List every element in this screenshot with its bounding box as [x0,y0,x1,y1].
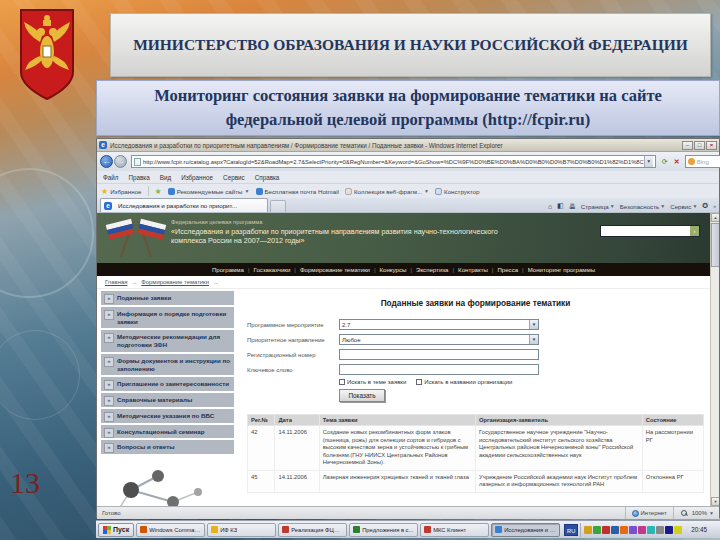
taskbar-item-3[interactable]: Предложения в с... [349,523,418,537]
keyword-input[interactable] [339,364,539,375]
help-icon[interactable]: ✪ [702,202,708,210]
menu-edit[interactable]: Правка [128,174,149,181]
menu-tools[interactable]: Сервис [223,174,245,181]
minimize-button[interactable]: – [682,141,693,150]
sidebar-item-formy-dokumentov[interactable]: Формы документов и инструкции по заполне… [101,354,234,376]
taskbar-item-active-ie[interactable]: Исследования и р... [491,523,560,537]
tray-icon[interactable] [647,526,655,534]
nav-kontrakty[interactable]: Контракты [458,266,488,273]
page-icon [134,158,141,166]
address-bar[interactable]: http://www.fcpir.ru/catalog.aspx?Catalog… [131,155,656,168]
browser-title-bar[interactable]: e Исследования и разработки по приоритет… [97,139,719,152]
menu-help[interactable]: Справка [255,174,280,181]
sidebar: Поданные заявки Информация о порядке под… [97,289,237,506]
favorite-hotmail[interactable]: Бесплатная почта Hotmail [256,188,339,195]
select-meropriyatie[interactable]: 2.7 ▼ [339,319,539,330]
home-icon[interactable]: ⌂ [548,203,552,210]
sidebar-item-podannye-zayavki[interactable]: Поданные заявки [101,291,234,305]
taskbar-item-4[interactable]: МКС Клиент [420,523,489,537]
new-tab-button[interactable] [270,200,286,212]
chevron-down-icon[interactable]: ▼ [529,320,538,329]
bing-search-box[interactable]: Bing ▼ [685,155,720,168]
show-button[interactable]: Показать [339,389,385,402]
menu-favorites[interactable]: Избранное [181,174,213,181]
tray-icon[interactable] [584,526,592,534]
tab-active[interactable]: e Исследования и разработки по приорит..… [100,198,268,212]
breadcrumb-tematika[interactable]: Формирование тематики [141,279,209,285]
add-favorite-icon[interactable]: ★ [155,187,162,196]
checkbox-icon[interactable] [416,379,422,385]
sidebar-item-priglashenie[interactable]: Приглашение о заинтересованности [101,377,234,391]
forward-button[interactable]: → [114,155,127,168]
reg-number-input[interactable] [339,349,539,360]
chevron-down-icon[interactable]: ▼ [529,335,538,344]
print-icon[interactable]: 🖶 [569,203,576,210]
command-safety[interactable]: Безопасность▼ [620,203,665,210]
program-label: Федеральная целевая программа [171,219,262,225]
zoom-control[interactable]: 100% ▼ [673,507,719,519]
nav-monitoring[interactable]: Мониторинг программы [528,266,595,273]
start-button[interactable]: Пуск [98,523,134,537]
site-search-go-button[interactable]: › [690,226,699,236]
site-search-input[interactable]: › [600,225,700,237]
tray-icon[interactable] [629,526,637,534]
sidebar-item-informaciya[interactable]: Информация о порядке подготовки заявки [101,307,234,329]
nav-konkursy[interactable]: Конкурсы [380,266,407,273]
taskbar-item-0[interactable]: Windows Comman... [136,523,205,537]
scroll-down-arrow[interactable]: ▼ [711,497,719,506]
app-icon [211,526,218,533]
maximize-button[interactable]: □ [694,141,705,150]
vertical-scrollbar[interactable]: ▲ ▼ [710,213,719,506]
taskbar-item-1[interactable]: ИФ КЗ [207,523,276,537]
sidebar-item-spravochnye[interactable]: Справочные материалы [101,393,234,407]
select-napravlenie[interactable]: Любое ▼ [339,334,539,345]
tray-icon[interactable] [674,526,682,534]
nav-programma[interactable]: Программа [212,266,244,273]
stop-icon[interactable]: ✕ [671,155,683,168]
sidebar-item-metod-rekomendacii[interactable]: Методические рекомендации для подготовки… [101,330,234,352]
tray-icon[interactable] [638,526,646,534]
address-url[interactable]: http://www.fcpir.ru/catalog.aspx?Catalog… [143,159,644,165]
table-row: 45 14.11.2006 Лазерная инженерия хрящевы… [248,470,704,492]
ie-icon [495,526,502,533]
feeds-icon[interactable]: ◧ [557,202,564,210]
refresh-icon[interactable]: ⟳ [659,155,671,168]
favorite-constructor[interactable]: Конструктор [435,188,479,195]
tray-icon[interactable] [611,526,619,534]
tray-icon[interactable] [602,526,610,534]
cell-reg: 42 [248,426,275,471]
chevron-more-icon[interactable]: » [713,203,716,209]
tray-icon[interactable] [593,526,601,534]
nav-goszakazchiki[interactable]: Госзаказчики [253,266,290,273]
search-placeholder[interactable]: Bing [697,159,720,165]
tray-icon[interactable] [620,526,628,534]
back-button[interactable]: ← [100,155,113,168]
app-icon [140,526,147,533]
command-page[interactable]: Страница▼ [581,203,615,210]
close-button[interactable]: × [706,141,717,150]
checkbox-icon[interactable] [339,379,345,385]
scroll-up-arrow[interactable]: ▲ [711,213,719,222]
language-indicator[interactable]: RU [564,524,578,536]
menu-view[interactable]: Вид [160,174,171,181]
favorite-web-slices[interactable]: Коллекция веб-фрагм... ▼ [345,188,429,195]
command-tools[interactable]: Сервис▼ [670,203,697,210]
checkbox-search-org[interactable]: Искать в названии организации [416,379,512,385]
sidebar-item-voprosy[interactable]: Вопросы и ответы [101,440,234,454]
favorite-suggested-sites[interactable]: Рекомендуемые сайты ▼ [168,188,250,195]
sidebar-item-metod-ukazaniya[interactable]: Методические указания по ВБС [101,409,234,423]
sidebar-item-seminar[interactable]: Консультационный семинар [101,425,234,439]
scrollbar-thumb[interactable] [711,223,719,267]
nav-formirovanie-tematiki[interactable]: Формирование тематики [300,266,370,273]
nav-ekspertiza[interactable]: Экспертиза [416,266,448,273]
taskbar-item-2[interactable]: Реализация ФЦП 4... [278,523,347,537]
checkbox-search-theme[interactable]: Искать в теме заявки [339,379,406,385]
menu-file[interactable]: Файл [103,174,118,181]
favorites-button[interactable]: ★ Избранное [101,187,142,196]
nav-pressa[interactable]: Пресса [497,266,518,273]
slide-page-number: 13 [10,466,40,500]
breadcrumb-home[interactable]: Главная [105,279,127,285]
address-dropdown-arrow[interactable]: ▼ [644,156,653,167]
tray-icon[interactable] [656,526,664,534]
tray-icon[interactable] [665,526,673,534]
